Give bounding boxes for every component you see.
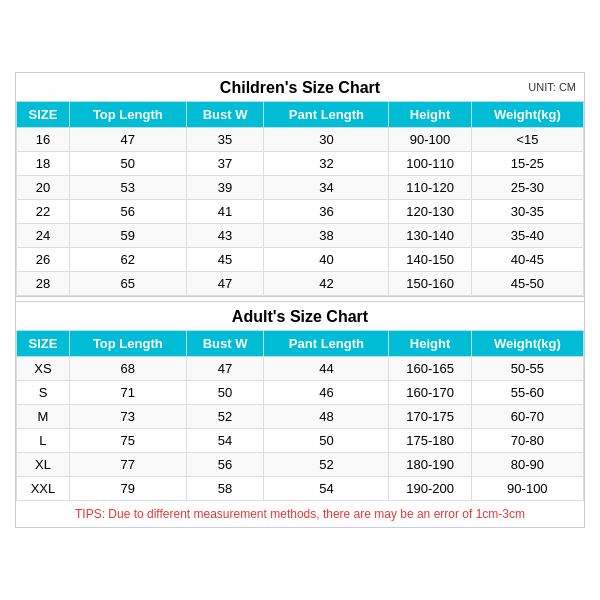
table-cell: 150-160 xyxy=(389,272,471,296)
table-cell: 90-100 xyxy=(389,128,471,152)
unit-label: UNIT: CM xyxy=(528,81,576,93)
table-cell: 54 xyxy=(186,429,264,453)
table-cell: 175-180 xyxy=(389,429,471,453)
children-title-row: Children's Size Chart UNIT: CM xyxy=(16,73,584,101)
table-row: 20533934110-12025-30 xyxy=(17,176,584,200)
adult-col-bust: Bust W xyxy=(186,331,264,357)
table-cell: 35-40 xyxy=(471,224,583,248)
table-cell: 24 xyxy=(17,224,70,248)
table-cell: M xyxy=(17,405,70,429)
table-cell: 39 xyxy=(186,176,264,200)
children-col-weight: Weight(kg) xyxy=(471,102,583,128)
adult-table: SIZE Top Length Bust W Pant Length Heigh… xyxy=(16,330,584,501)
table-cell: 47 xyxy=(186,357,264,381)
table-cell: 73 xyxy=(69,405,186,429)
table-cell: 45 xyxy=(186,248,264,272)
table-cell: 53 xyxy=(69,176,186,200)
table-cell: 55-60 xyxy=(471,381,583,405)
table-cell: 170-175 xyxy=(389,405,471,429)
table-cell: 32 xyxy=(264,152,389,176)
children-col-height: Height xyxy=(389,102,471,128)
table-cell: 60-70 xyxy=(471,405,583,429)
table-cell: 50-55 xyxy=(471,357,583,381)
table-row: L755450175-18070-80 xyxy=(17,429,584,453)
table-cell: 100-110 xyxy=(389,152,471,176)
table-cell: 18 xyxy=(17,152,70,176)
table-cell: 38 xyxy=(264,224,389,248)
table-cell: 44 xyxy=(264,357,389,381)
table-cell: 160-165 xyxy=(389,357,471,381)
table-cell: 50 xyxy=(69,152,186,176)
table-cell: 20 xyxy=(17,176,70,200)
table-row: XL775652180-19080-90 xyxy=(17,453,584,477)
tips-text: TIPS: Due to different measurement metho… xyxy=(75,507,525,521)
table-cell: 75 xyxy=(69,429,186,453)
table-cell: 71 xyxy=(69,381,186,405)
table-cell: 28 xyxy=(17,272,70,296)
table-cell: 35 xyxy=(186,128,264,152)
size-chart-container: Children's Size Chart UNIT: CM SIZE Top … xyxy=(15,72,585,528)
table-cell: 40 xyxy=(264,248,389,272)
table-row: 1647353090-100<15 xyxy=(17,128,584,152)
table-cell: 36 xyxy=(264,200,389,224)
table-cell: 42 xyxy=(264,272,389,296)
table-cell: 62 xyxy=(69,248,186,272)
table-cell: 47 xyxy=(69,128,186,152)
table-cell: 130-140 xyxy=(389,224,471,248)
table-cell: 70-80 xyxy=(471,429,583,453)
children-col-pant: Pant Length xyxy=(264,102,389,128)
table-cell: 58 xyxy=(186,477,264,501)
table-cell: 180-190 xyxy=(389,453,471,477)
table-cell: 65 xyxy=(69,272,186,296)
table-cell: XS xyxy=(17,357,70,381)
table-cell: 120-130 xyxy=(389,200,471,224)
children-title: Children's Size Chart xyxy=(220,79,380,96)
table-cell: 110-120 xyxy=(389,176,471,200)
table-row: XXL795854190-20090-100 xyxy=(17,477,584,501)
table-cell: 190-200 xyxy=(389,477,471,501)
table-row: 24594338130-14035-40 xyxy=(17,224,584,248)
adult-title: Adult's Size Chart xyxy=(232,308,368,325)
table-row: XS684744160-16550-55 xyxy=(17,357,584,381)
table-cell: 80-90 xyxy=(471,453,583,477)
table-cell: 47 xyxy=(186,272,264,296)
table-cell: 56 xyxy=(69,200,186,224)
adult-col-pant: Pant Length xyxy=(264,331,389,357)
children-table: SIZE Top Length Bust W Pant Length Heigh… xyxy=(16,101,584,296)
table-cell: 45-50 xyxy=(471,272,583,296)
adult-col-height: Height xyxy=(389,331,471,357)
children-col-size: SIZE xyxy=(17,102,70,128)
table-cell: S xyxy=(17,381,70,405)
adult-header-row: SIZE Top Length Bust W Pant Length Heigh… xyxy=(17,331,584,357)
table-cell: XL xyxy=(17,453,70,477)
table-cell: 37 xyxy=(186,152,264,176)
table-cell: 54 xyxy=(264,477,389,501)
table-cell: XXL xyxy=(17,477,70,501)
table-row: 28654742150-16045-50 xyxy=(17,272,584,296)
adult-col-weight: Weight(kg) xyxy=(471,331,583,357)
children-col-bust: Bust W xyxy=(186,102,264,128)
table-row: 18503732100-11015-25 xyxy=(17,152,584,176)
table-cell: 41 xyxy=(186,200,264,224)
table-cell: 52 xyxy=(186,405,264,429)
adult-col-top: Top Length xyxy=(69,331,186,357)
table-cell: 34 xyxy=(264,176,389,200)
table-row: 26624540140-15040-45 xyxy=(17,248,584,272)
table-cell: 50 xyxy=(264,429,389,453)
table-cell: 30-35 xyxy=(471,200,583,224)
table-cell: L xyxy=(17,429,70,453)
table-cell: 77 xyxy=(69,453,186,477)
table-cell: 52 xyxy=(264,453,389,477)
table-cell: 68 xyxy=(69,357,186,381)
table-row: S715046160-17055-60 xyxy=(17,381,584,405)
table-cell: 56 xyxy=(186,453,264,477)
table-cell: 90-100 xyxy=(471,477,583,501)
children-header-row: SIZE Top Length Bust W Pant Length Heigh… xyxy=(17,102,584,128)
table-cell: 16 xyxy=(17,128,70,152)
table-cell: 30 xyxy=(264,128,389,152)
table-cell: 15-25 xyxy=(471,152,583,176)
table-cell: 40-45 xyxy=(471,248,583,272)
table-cell: 25-30 xyxy=(471,176,583,200)
table-cell: 59 xyxy=(69,224,186,248)
table-cell: 48 xyxy=(264,405,389,429)
